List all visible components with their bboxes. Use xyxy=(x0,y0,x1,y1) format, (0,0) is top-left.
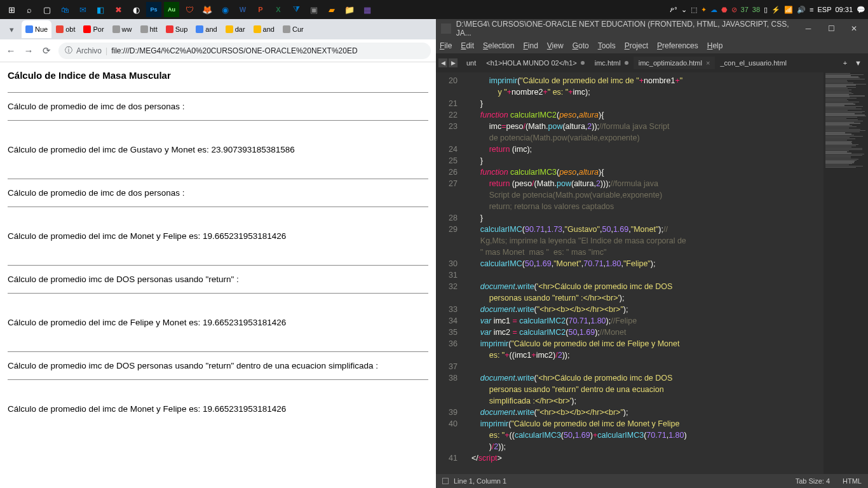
vscode-icon[interactable]: ⧩ xyxy=(288,2,304,17)
tab-next-button[interactable]: ▶ xyxy=(449,58,458,67)
notifications-icon[interactable]: 💬 xyxy=(857,6,865,14)
content-line: Cálculo de promedio imc de DOS personas … xyxy=(8,274,428,284)
volume-icon[interactable]: 🔊 xyxy=(797,6,806,14)
excel-icon[interactable]: X xyxy=(271,2,286,17)
content-line: Cálculo de promedio imc de DOS personas … xyxy=(8,361,428,370)
audition-icon[interactable]: Au xyxy=(164,2,179,17)
menu-preferences[interactable]: Preferences xyxy=(657,41,698,50)
windows-taskbar: ⊞ ⌕ ▢ 🛍 ✉ ◧ ✖ ◐ Ps Au 🛡 🦊 ◉ W P X ⧩ ▣ ▰ … xyxy=(0,0,868,19)
menubar: FileEditSelectionFindViewGotoToolsProjec… xyxy=(436,38,868,53)
menu-help[interactable]: Help xyxy=(707,41,723,50)
browser-tab[interactable]: and xyxy=(250,20,278,38)
word-icon[interactable]: W xyxy=(235,2,250,17)
content-line: Cálculo de promedio de imc de dos person… xyxy=(8,188,428,198)
url-text: file:///D:/MEG4/%C2%A0%20CURSOS/ONE-ORAC… xyxy=(111,46,357,55)
browser-tab[interactable]: htt xyxy=(137,20,161,38)
tray-icon[interactable]: ▯ xyxy=(764,6,768,14)
menu-tools[interactable]: Tools xyxy=(598,41,616,50)
content-line: Cálculo de promedio del imc de Felipe y … xyxy=(8,318,428,327)
menu-goto[interactable]: Goto xyxy=(573,41,589,50)
onedrive-icon[interactable]: ☁ xyxy=(710,6,717,14)
chevron-up-icon[interactable]: ⌄ xyxy=(681,6,687,14)
clock[interactable]: 09:31 xyxy=(835,6,853,13)
menu-edit[interactable]: Edit xyxy=(461,41,474,50)
powerpoint-icon[interactable]: P xyxy=(253,2,268,17)
tab-menu-button[interactable]: ▼ xyxy=(851,59,865,67)
network-icon[interactable]: ⚡ xyxy=(771,6,780,14)
menu-find[interactable]: Find xyxy=(523,41,538,50)
titlebar: D:\MEG4\ CURSOS\ONE-ORACLE NEXT EDUCATIO… xyxy=(436,19,868,38)
forward-button[interactable]: → xyxy=(23,45,34,57)
browser-tab[interactable]: Nue xyxy=(22,20,51,38)
minimize-button[interactable]: ─ xyxy=(799,22,817,36)
browser-tab[interactable]: obt xyxy=(52,20,79,38)
menu-project[interactable]: Project xyxy=(625,41,648,50)
menu-file[interactable]: File xyxy=(440,41,452,50)
file-icon: ⓘ xyxy=(65,45,72,56)
search-icon[interactable]: ⌕ xyxy=(22,2,37,17)
tab-prev-button[interactable]: ◀ xyxy=(438,58,447,67)
x-icon[interactable]: ✖ xyxy=(111,2,126,17)
new-tab-button[interactable]: + xyxy=(839,59,851,67)
editor-tabs: ◀ ▶ unt<h1>HOLA MUNDO 02</h1>imc.htmlimc… xyxy=(436,53,868,72)
content-line: Cálculo de promedio de imc de dos person… xyxy=(8,102,428,111)
address-bar: ← → ⟳ ⓘ Archivo | file:///D:/MEG4/%C2%A0… xyxy=(0,39,436,62)
tray-icon[interactable]: ≡ xyxy=(810,6,813,13)
maximize-button[interactable]: ☐ xyxy=(822,22,840,36)
editor-tab[interactable]: imc_optimizado.html× xyxy=(634,57,715,69)
window-title: D:\MEG4\ CURSOS\ONE-ORACLE NEXT EDUCATIO… xyxy=(456,20,799,37)
sublime-icon[interactable]: ▰ xyxy=(324,2,339,17)
browser-tab[interactable]: ww xyxy=(109,20,136,38)
url-input[interactable]: ⓘ Archivo | file:///D:/MEG4/%C2%A0%20CUR… xyxy=(58,43,431,59)
tray-icon[interactable]: ✦ xyxy=(701,6,707,14)
app-icon[interactable]: ◐ xyxy=(128,2,144,17)
browser-tab[interactable]: Por xyxy=(79,20,107,38)
firefox-icon[interactable]: 🦊 xyxy=(200,2,215,17)
syntax-mode[interactable]: HTML xyxy=(843,477,862,485)
language-indicator[interactable]: ESP xyxy=(817,6,831,13)
editor-tab[interactable]: _con_el_usuario.html xyxy=(715,57,792,69)
panel-toggle-icon[interactable] xyxy=(442,478,449,484)
tray-icon[interactable]: ዖ° xyxy=(670,6,677,14)
menu-selection[interactable]: Selection xyxy=(483,41,514,50)
browser-tab[interactable]: and xyxy=(192,20,220,38)
tab-size[interactable]: Tab Size: 4 xyxy=(796,477,830,485)
tray-icon[interactable]: ⬣ xyxy=(721,6,728,14)
reload-button[interactable]: ⟳ xyxy=(41,45,52,57)
browser-tab[interactable]: dar xyxy=(222,20,249,38)
tab-search-icon[interactable]: ▾ xyxy=(4,22,19,37)
edge-icon[interactable]: ◉ xyxy=(217,2,233,17)
editor[interactable]: 20 212223 24252627 2829 303132 33343536 … xyxy=(436,72,868,474)
app-icon[interactable]: ◧ xyxy=(93,2,108,17)
tab-strip: ▾ NueobtPorwwhttSupanddarandCur xyxy=(0,19,436,39)
start-icon[interactable]: ⊞ xyxy=(4,2,19,17)
editor-tab[interactable]: unt xyxy=(461,57,481,69)
mail-icon[interactable]: ✉ xyxy=(75,2,90,17)
app-icon xyxy=(441,24,451,34)
store-icon[interactable]: 🛍 xyxy=(57,2,72,17)
back-button[interactable]: ← xyxy=(5,45,17,57)
minimap[interactable] xyxy=(824,72,868,474)
app-icon[interactable]: ▦ xyxy=(360,2,375,17)
browser-tab[interactable]: Cur xyxy=(279,20,308,38)
browser-tab[interactable]: Sup xyxy=(162,20,192,38)
wifi-icon[interactable]: 📶 xyxy=(784,6,793,14)
task-view-icon[interactable]: ▢ xyxy=(39,2,55,17)
code-area[interactable]: imprimir("Cálculo de promedio del imc de… xyxy=(463,72,824,474)
content-line: Cálculo de promedio del imc de Gustavo y… xyxy=(8,145,428,154)
photoshop-icon[interactable]: Ps xyxy=(146,2,161,17)
page-title: Cálculo de Indice de Masa Muscular xyxy=(8,70,428,81)
tray-icon[interactable]: ⬚ xyxy=(691,6,697,14)
explorer-icon[interactable]: 📁 xyxy=(342,2,357,17)
app-icon[interactable]: ▣ xyxy=(306,2,322,17)
cursor-position: Line 1, Column 1 xyxy=(454,477,506,485)
brave-icon[interactable]: 🛡 xyxy=(182,2,197,17)
sublime-window: D:\MEG4\ CURSOS\ONE-ORACLE NEXT EDUCATIO… xyxy=(436,19,868,488)
menu-view[interactable]: View xyxy=(547,41,564,50)
tray-number: 37 xyxy=(741,6,749,13)
editor-tab[interactable]: imc.html xyxy=(590,57,634,69)
editor-tab[interactable]: <h1>HOLA MUNDO 02</h1> xyxy=(481,57,589,69)
tray-icon[interactable]: ⊘ xyxy=(731,6,737,14)
close-button[interactable]: ✕ xyxy=(845,22,863,36)
page-content: Cálculo de Indice de Masa Muscular Cálcu… xyxy=(0,62,436,488)
